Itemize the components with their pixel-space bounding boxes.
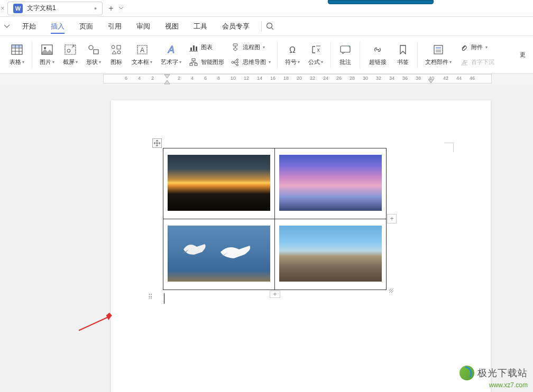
docparts-button[interactable]: 文档部件▾ [421, 41, 456, 68]
ribbon-more[interactable]: 更 [518, 51, 528, 59]
svg-rect-31 [233, 44, 237, 46]
shape-label: 形状▾ [86, 58, 101, 66]
table-add-column-handle[interactable]: + [387, 214, 397, 223]
svg-text:A: A [140, 46, 144, 54]
comment-label: 批注 [339, 58, 351, 66]
titlebar: × W 文字文稿1 • + [0, 0, 533, 17]
purple-sky-image[interactable] [279, 155, 382, 211]
chart-button[interactable]: 图表 [189, 42, 224, 53]
formula-button[interactable]: x 公式▾ [304, 41, 327, 68]
watermark-logo: 极光下载站 [460, 366, 528, 380]
bookmark-button[interactable]: 书签 [392, 41, 414, 68]
new-tab-dropdown[interactable] [117, 7, 125, 10]
ruler-tick: 28 [350, 76, 355, 81]
menu-member[interactable]: 会员专享 [215, 17, 257, 36]
ribbon-separator [417, 42, 418, 68]
wordart-button[interactable]: A 艺术字▾ [157, 41, 186, 68]
table-cell[interactable] [275, 148, 387, 219]
screenshot-label: 截屏▾ [63, 58, 78, 66]
menu-tools[interactable]: 工具 [186, 17, 215, 36]
table-move-handle[interactable] [152, 138, 162, 148]
table-cell[interactable] [275, 219, 387, 290]
flowchart-button[interactable]: 流程图▾ [231, 42, 271, 53]
svg-text:x: x [317, 47, 320, 53]
picture-button[interactable]: 图片▾ [35, 41, 59, 68]
table-drag-handle[interactable]: ⠿ [146, 293, 153, 301]
attachment-button[interactable]: 附件▾ [459, 42, 494, 53]
picture-label: 图片▾ [40, 58, 54, 66]
svg-point-12 [89, 45, 93, 50]
svg-line-37 [234, 60, 236, 62]
mindmap-icon [231, 58, 240, 67]
right-indent-marker[interactable] [428, 79, 434, 83]
textbox-icon: A [136, 43, 149, 56]
image-table[interactable] [163, 148, 387, 290]
table-row [163, 148, 387, 219]
seagulls-image[interactable] [168, 226, 270, 282]
svg-point-9 [44, 47, 46, 49]
indent-marker[interactable] [164, 74, 170, 85]
hyperlink-icon [371, 43, 384, 56]
ruler-tick: 24 [323, 76, 328, 81]
ruler-tick: 12 [244, 76, 249, 81]
ruler-tick: 38 [416, 76, 421, 81]
symbol-button[interactable]: Ω 符号▾ [281, 41, 304, 68]
docparts-icon [432, 43, 445, 56]
new-tab-button[interactable]: + [105, 2, 117, 15]
shape-icon [87, 43, 100, 56]
menu-page[interactable]: 页面 [72, 17, 100, 36]
document-tab[interactable]: W 文字文稿1 • [7, 2, 103, 15]
dropcap-button[interactable]: A 首字下沉 [459, 57, 494, 68]
ruler-tick: 18 [283, 76, 289, 81]
mindmap-button[interactable]: 思维导图▾ [231, 57, 271, 68]
watermark-logo-icon [460, 366, 474, 380]
ruler-tick: 44 [456, 76, 462, 81]
svg-line-39 [234, 62, 236, 65]
smartart-button[interactable]: 智能图形 [189, 57, 224, 68]
screenshot-icon [64, 43, 77, 56]
ruler-tick: 20 [297, 76, 302, 81]
table-button[interactable]: 表格▾ [5, 41, 29, 68]
ruler-tick: 14 [257, 76, 262, 81]
ruler-tick: 6 [125, 76, 127, 81]
table-cell[interactable] [163, 219, 275, 290]
menu-separator [261, 21, 262, 32]
menu-reference[interactable]: 引用 [100, 17, 129, 36]
shape-button[interactable]: 形状▾ [82, 41, 105, 68]
unsaved-indicator: • [94, 4, 97, 13]
ruler-tick: 30 [363, 76, 368, 81]
hyperlink-button[interactable]: 超链接 [363, 41, 392, 68]
table-add-row-handle[interactable]: + [270, 291, 280, 298]
menu-insert[interactable]: 插入 [43, 17, 72, 36]
ruler-tick: 34 [389, 76, 394, 81]
comment-button[interactable]: + 批注 [334, 41, 356, 68]
menu-start[interactable]: 开始 [15, 17, 43, 36]
watermark: 极光下载站 www.xz7.com [460, 366, 528, 389]
sunset-image[interactable] [168, 155, 270, 211]
menu-collapse-icon[interactable] [4, 25, 15, 28]
menu-view[interactable]: 视图 [158, 17, 186, 36]
panorama-image[interactable] [279, 226, 382, 282]
table-resize-handle[interactable] [387, 286, 396, 295]
ruler-tick: 22 [310, 76, 315, 81]
menu-review[interactable]: 审阅 [129, 17, 158, 36]
icon-icon [110, 43, 123, 56]
search-icon[interactable] [266, 22, 279, 31]
table-cell[interactable] [163, 148, 275, 219]
ruler-tick: 4 [191, 76, 194, 81]
ruler-tick: 32 [376, 76, 381, 81]
attach-group: 附件▾ A 首字下沉 [456, 42, 498, 68]
page[interactable]: + + ⠿ [111, 100, 491, 392]
icon-button[interactable]: 图标 [105, 41, 127, 68]
ribbon-separator [32, 42, 32, 68]
svg-rect-46 [436, 47, 441, 49]
svg-point-16 [117, 51, 121, 54]
menubar: 开始 插入 页面 引用 审阅 视图 工具 会员专享 [0, 17, 533, 36]
close-icon[interactable]: × [0, 5, 5, 12]
svg-rect-24 [192, 59, 195, 61]
textbox-button[interactable]: A 文本框▾ [127, 41, 157, 68]
screenshot-button[interactable]: 截屏▾ [59, 41, 82, 68]
chart-icon [189, 43, 198, 52]
flowchart-group: 流程图▾ 思维导图▾ [227, 42, 274, 68]
svg-rect-25 [190, 63, 192, 66]
